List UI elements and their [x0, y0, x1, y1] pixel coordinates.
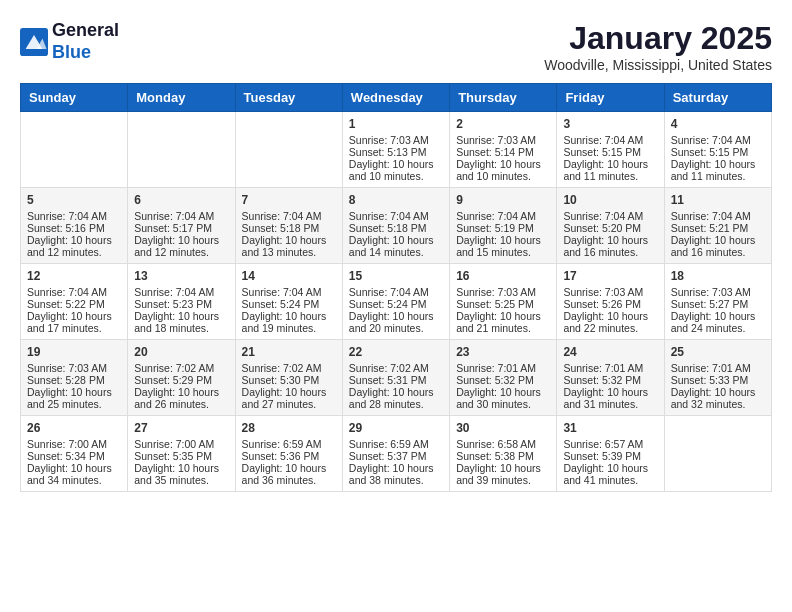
daylight-text: Daylight: 10 hours and 28 minutes. — [349, 386, 443, 410]
daylight-text: Daylight: 10 hours and 39 minutes. — [456, 462, 550, 486]
day-number: 19 — [27, 345, 121, 359]
calendar-cell: 23Sunrise: 7:01 AMSunset: 5:32 PMDayligh… — [450, 340, 557, 416]
daylight-text: Daylight: 10 hours and 10 minutes. — [349, 158, 443, 182]
calendar-cell: 2Sunrise: 7:03 AMSunset: 5:14 PMDaylight… — [450, 112, 557, 188]
day-number: 24 — [563, 345, 657, 359]
daylight-text: Daylight: 10 hours and 25 minutes. — [27, 386, 121, 410]
daylight-text: Daylight: 10 hours and 12 minutes. — [134, 234, 228, 258]
daylight-text: Daylight: 10 hours and 24 minutes. — [671, 310, 765, 334]
daylight-text: Daylight: 10 hours and 38 minutes. — [349, 462, 443, 486]
sunrise-text: Sunrise: 7:03 AM — [563, 286, 657, 298]
day-number: 10 — [563, 193, 657, 207]
day-number: 20 — [134, 345, 228, 359]
sunset-text: Sunset: 5:24 PM — [349, 298, 443, 310]
sunset-text: Sunset: 5:14 PM — [456, 146, 550, 158]
sunset-text: Sunset: 5:32 PM — [563, 374, 657, 386]
day-number: 9 — [456, 193, 550, 207]
sunrise-text: Sunrise: 7:04 AM — [671, 210, 765, 222]
sunrise-text: Sunrise: 7:04 AM — [563, 210, 657, 222]
sunrise-text: Sunrise: 7:04 AM — [27, 210, 121, 222]
day-number: 31 — [563, 421, 657, 435]
sunset-text: Sunset: 5:30 PM — [242, 374, 336, 386]
sunset-text: Sunset: 5:22 PM — [27, 298, 121, 310]
daylight-text: Daylight: 10 hours and 11 minutes. — [671, 158, 765, 182]
daylight-text: Daylight: 10 hours and 11 minutes. — [563, 158, 657, 182]
calendar-week-row: 26Sunrise: 7:00 AMSunset: 5:34 PMDayligh… — [21, 416, 772, 492]
calendar-cell — [235, 112, 342, 188]
column-header-saturday: Saturday — [664, 84, 771, 112]
daylight-text: Daylight: 10 hours and 35 minutes. — [134, 462, 228, 486]
day-number: 17 — [563, 269, 657, 283]
calendar-week-row: 5Sunrise: 7:04 AMSunset: 5:16 PMDaylight… — [21, 188, 772, 264]
sunrise-text: Sunrise: 6:59 AM — [242, 438, 336, 450]
sunset-text: Sunset: 5:15 PM — [563, 146, 657, 158]
sunset-text: Sunset: 5:24 PM — [242, 298, 336, 310]
calendar-cell: 7Sunrise: 7:04 AMSunset: 5:18 PMDaylight… — [235, 188, 342, 264]
sunrise-text: Sunrise: 7:04 AM — [349, 286, 443, 298]
calendar-cell — [128, 112, 235, 188]
sunrise-text: Sunrise: 6:58 AM — [456, 438, 550, 450]
calendar-cell: 29Sunrise: 6:59 AMSunset: 5:37 PMDayligh… — [342, 416, 449, 492]
sunset-text: Sunset: 5:39 PM — [563, 450, 657, 462]
sunrise-text: Sunrise: 7:01 AM — [456, 362, 550, 374]
daylight-text: Daylight: 10 hours and 13 minutes. — [242, 234, 336, 258]
sunrise-text: Sunrise: 7:04 AM — [349, 210, 443, 222]
sunset-text: Sunset: 5:34 PM — [27, 450, 121, 462]
daylight-text: Daylight: 10 hours and 16 minutes. — [563, 234, 657, 258]
sunset-text: Sunset: 5:18 PM — [242, 222, 336, 234]
sunrise-text: Sunrise: 6:59 AM — [349, 438, 443, 450]
column-header-wednesday: Wednesday — [342, 84, 449, 112]
daylight-text: Daylight: 10 hours and 19 minutes. — [242, 310, 336, 334]
daylight-text: Daylight: 10 hours and 27 minutes. — [242, 386, 336, 410]
daylight-text: Daylight: 10 hours and 21 minutes. — [456, 310, 550, 334]
sunset-text: Sunset: 5:25 PM — [456, 298, 550, 310]
sunset-text: Sunset: 5:18 PM — [349, 222, 443, 234]
sunset-text: Sunset: 5:32 PM — [456, 374, 550, 386]
day-number: 25 — [671, 345, 765, 359]
calendar-cell: 16Sunrise: 7:03 AMSunset: 5:25 PMDayligh… — [450, 264, 557, 340]
day-number: 27 — [134, 421, 228, 435]
daylight-text: Daylight: 10 hours and 18 minutes. — [134, 310, 228, 334]
day-number: 1 — [349, 117, 443, 131]
calendar-cell — [664, 416, 771, 492]
daylight-text: Daylight: 10 hours and 12 minutes. — [27, 234, 121, 258]
sunset-text: Sunset: 5:19 PM — [456, 222, 550, 234]
calendar-cell: 22Sunrise: 7:02 AMSunset: 5:31 PMDayligh… — [342, 340, 449, 416]
day-number: 14 — [242, 269, 336, 283]
column-header-friday: Friday — [557, 84, 664, 112]
calendar-week-row: 12Sunrise: 7:04 AMSunset: 5:22 PMDayligh… — [21, 264, 772, 340]
sunrise-text: Sunrise: 7:02 AM — [242, 362, 336, 374]
calendar-cell: 4Sunrise: 7:04 AMSunset: 5:15 PMDaylight… — [664, 112, 771, 188]
calendar-cell: 1Sunrise: 7:03 AMSunset: 5:13 PMDaylight… — [342, 112, 449, 188]
daylight-text: Daylight: 10 hours and 26 minutes. — [134, 386, 228, 410]
sunrise-text: Sunrise: 7:04 AM — [27, 286, 121, 298]
calendar-header-row: SundayMondayTuesdayWednesdayThursdayFrid… — [21, 84, 772, 112]
sunset-text: Sunset: 5:17 PM — [134, 222, 228, 234]
calendar-cell: 25Sunrise: 7:01 AMSunset: 5:33 PMDayligh… — [664, 340, 771, 416]
sunrise-text: Sunrise: 7:04 AM — [456, 210, 550, 222]
day-number: 16 — [456, 269, 550, 283]
calendar-cell: 15Sunrise: 7:04 AMSunset: 5:24 PMDayligh… — [342, 264, 449, 340]
calendar-cell: 20Sunrise: 7:02 AMSunset: 5:29 PMDayligh… — [128, 340, 235, 416]
calendar-table: SundayMondayTuesdayWednesdayThursdayFrid… — [20, 83, 772, 492]
calendar-cell: 18Sunrise: 7:03 AMSunset: 5:27 PMDayligh… — [664, 264, 771, 340]
logo-line1: General — [52, 20, 119, 42]
sunset-text: Sunset: 5:35 PM — [134, 450, 228, 462]
sunset-text: Sunset: 5:38 PM — [456, 450, 550, 462]
day-number: 23 — [456, 345, 550, 359]
sunset-text: Sunset: 5:33 PM — [671, 374, 765, 386]
title-section: January 2025 Woodville, Mississippi, Uni… — [544, 20, 772, 73]
sunrise-text: Sunrise: 7:03 AM — [671, 286, 765, 298]
day-number: 22 — [349, 345, 443, 359]
daylight-text: Daylight: 10 hours and 20 minutes. — [349, 310, 443, 334]
daylight-text: Daylight: 10 hours and 15 minutes. — [456, 234, 550, 258]
day-number: 30 — [456, 421, 550, 435]
sunset-text: Sunset: 5:23 PM — [134, 298, 228, 310]
sunrise-text: Sunrise: 7:04 AM — [242, 286, 336, 298]
sunset-text: Sunset: 5:15 PM — [671, 146, 765, 158]
calendar-cell: 30Sunrise: 6:58 AMSunset: 5:38 PMDayligh… — [450, 416, 557, 492]
logo-line2: Blue — [52, 42, 119, 64]
sunrise-text: Sunrise: 7:01 AM — [671, 362, 765, 374]
sunrise-text: Sunrise: 7:03 AM — [456, 286, 550, 298]
sunrise-text: Sunrise: 7:02 AM — [134, 362, 228, 374]
